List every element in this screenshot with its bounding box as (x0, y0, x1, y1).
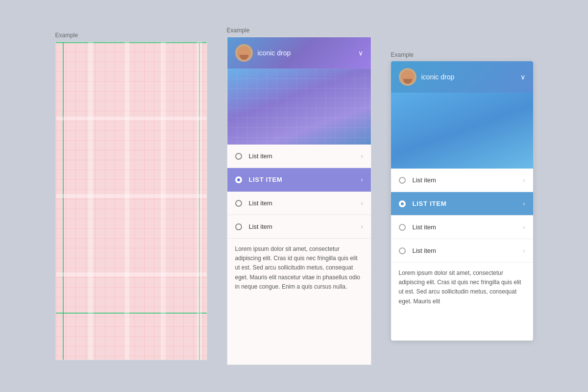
radio-icon-2-filled (235, 176, 242, 183)
list-chevron-4: › (361, 223, 363, 230)
panel2-avatar-face (237, 46, 251, 60)
panel3-avatar-face (401, 70, 415, 84)
panel3-chevron-icon[interactable]: ∨ (520, 73, 525, 81)
panel3-chevron-4: › (523, 247, 525, 254)
list-item-3[interactable]: List item › (227, 192, 371, 215)
panel3-list-item-4[interactable]: List item › (391, 239, 533, 263)
grid-overlay-1 (56, 42, 207, 360)
panel3-clean-ui: iconic drop ∨ List item › LIST ITEM › (391, 61, 533, 341)
list-item-text-1: List item (249, 152, 361, 160)
list-chevron-3: › (361, 200, 363, 207)
panel3-hero (391, 93, 533, 169)
list-item-text-2: LIST ITEM (249, 176, 361, 183)
list-item-4[interactable]: List item › (227, 215, 371, 239)
panel3-chevron-3: › (523, 224, 525, 231)
left-guide (63, 42, 64, 360)
top-guide (56, 42, 207, 43)
radio-icon-3 (235, 200, 242, 207)
panel3-list: List item › LIST ITEM › List item › List… (391, 169, 533, 312)
panel2-app-title: iconic drop (258, 49, 291, 57)
panel3-app-title: iconic drop (421, 73, 455, 81)
panel3-chevron-2: › (523, 200, 525, 207)
example-label-3: Example (391, 51, 533, 58)
col-stripe-4 (197, 42, 202, 360)
panel2-list-section: List item › LIST ITEM › List item › (227, 145, 371, 365)
panel2-app-header[interactable]: iconic drop ∨ (227, 37, 371, 69)
panel2-wireframe: iconic drop ∨ List item › LIST (227, 37, 371, 365)
panel2-content: iconic drop ∨ List item › LIST (227, 37, 371, 365)
panel3-radio-2-filled (399, 200, 406, 207)
panel3-radio-4 (399, 247, 406, 254)
radio-icon-1 (235, 153, 242, 160)
panel3-item-text-2: LIST ITEM (413, 200, 523, 207)
row-stripe-1 (56, 117, 207, 121)
list-chevron-1: › (361, 153, 363, 160)
bottom-guide (56, 313, 207, 314)
list-item-text-4: List item (249, 223, 361, 230)
panel1-wrapper: Example (55, 32, 207, 360)
panel2-avatar (235, 44, 253, 62)
col-stripe-3 (161, 42, 166, 360)
panel3-list-item-3[interactable]: List item › (391, 216, 533, 239)
panel2-wrapper: Example iconic drop ∨ (227, 27, 371, 365)
panel3-radio-1 (399, 177, 406, 184)
panel3-list-item-2-active[interactable]: LIST ITEM › (391, 192, 533, 216)
panel3-chevron-1: › (523, 177, 525, 184)
panel3-radio-3 (399, 224, 406, 231)
panel2-hero-grid (227, 69, 371, 145)
row-stripe-2 (56, 194, 207, 198)
list-item-text-3: List item (249, 199, 361, 207)
panel2-chevron-icon[interactable]: ∨ (358, 49, 363, 57)
panel2-header-left: iconic drop (235, 44, 291, 62)
panel3-header-left: iconic drop (399, 68, 455, 86)
col-stripe-2 (124, 42, 129, 360)
panel3-lorem-text: Lorem ipsum dolor sit amet, consectetur … (391, 263, 533, 312)
panel3-wrapper: Example iconic drop ∨ List item › (391, 51, 533, 341)
panel3-list-item-1[interactable]: List item › (391, 169, 533, 192)
example-label-1: Example (55, 32, 207, 39)
list-chevron-2: › (361, 176, 363, 183)
list-item-1[interactable]: List item › (227, 145, 371, 168)
list-item-2-active[interactable]: LIST ITEM › (227, 168, 371, 192)
radio-icon-4 (235, 223, 242, 230)
row-stripe-3 (56, 272, 207, 276)
example-label-2: Example (227, 27, 371, 34)
panel3-item-text-3: List item (413, 223, 523, 231)
panel3-header[interactable]: iconic drop ∨ (391, 61, 533, 93)
panel2-lorem-text: Lorem ipsum dolor sit amet, consectetur … (227, 239, 371, 297)
panel3-item-text-4: List item (413, 247, 523, 254)
col-stripe-1 (88, 42, 93, 360)
panel3-avatar (399, 68, 416, 86)
panel2-hero (227, 69, 371, 145)
panel1-grid-only (55, 42, 207, 360)
panel3-item-text-1: List item (413, 176, 523, 184)
